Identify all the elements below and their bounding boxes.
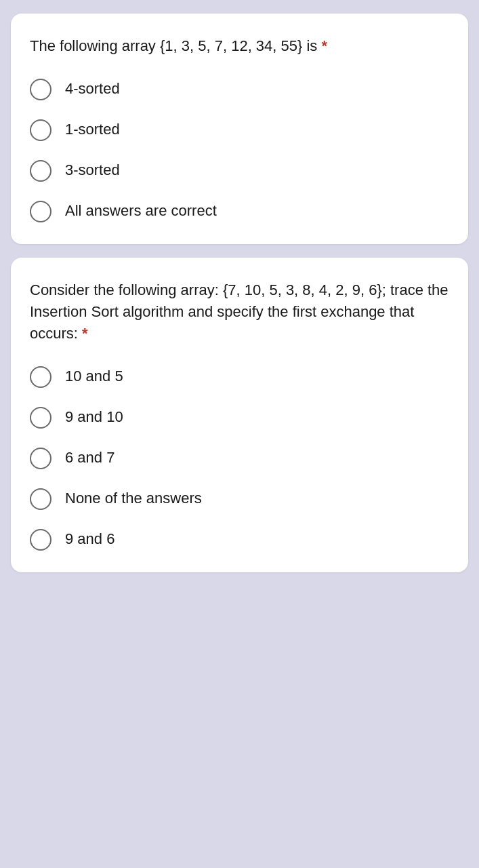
question-1-option-4[interactable]: All answers are correct	[30, 201, 449, 222]
question-2-option-2[interactable]: 9 and 10	[30, 407, 449, 429]
radio-circle-q1-4[interactable]	[30, 201, 51, 222]
radio-circle-q1-2[interactable]	[30, 119, 51, 141]
question-1-option-1[interactable]: 4-sorted	[30, 79, 449, 100]
radio-circle-q1-3[interactable]	[30, 160, 51, 182]
question-2-body: Consider the following array: {7, 10, 5,…	[30, 281, 449, 342]
option-label-q2-1: 10 and 5	[65, 366, 123, 387]
question-1-options-list: 4-sorted 1-sorted 3-sorted All answers a…	[30, 79, 449, 222]
radio-circle-q2-3[interactable]	[30, 448, 51, 469]
question-2-options-list: 10 and 5 9 and 10 6 and 7 None of the an…	[30, 366, 449, 551]
radio-circle-q2-1[interactable]	[30, 366, 51, 388]
radio-circle-q2-2[interactable]	[30, 407, 51, 429]
option-label-q2-2: 9 and 10	[65, 407, 123, 428]
radio-circle-q2-4[interactable]	[30, 488, 51, 510]
question-2-option-3[interactable]: 6 and 7	[30, 448, 449, 469]
option-label-q2-4: None of the answers	[65, 488, 202, 509]
question-2-option-5[interactable]: 9 and 6	[30, 529, 449, 551]
option-label-q2-3: 6 and 7	[65, 448, 114, 469]
option-label-q1-1: 4-sorted	[65, 79, 120, 100]
question-1-option-3[interactable]: 3-sorted	[30, 160, 449, 182]
option-label-q1-2: 1-sorted	[65, 119, 120, 140]
question-2-option-1[interactable]: 10 and 5	[30, 366, 449, 388]
question-1-required-star: *	[322, 37, 328, 54]
option-label-q1-3: 3-sorted	[65, 160, 120, 181]
question-1-body: The following array {1, 3, 5, 7, 12, 34,…	[30, 37, 317, 54]
question-1-card: The following array {1, 3, 5, 7, 12, 34,…	[11, 14, 468, 244]
question-2-text: Consider the following array: {7, 10, 5,…	[30, 279, 449, 344]
question-1-option-2[interactable]: 1-sorted	[30, 119, 449, 141]
question-2-option-4[interactable]: None of the answers	[30, 488, 449, 510]
radio-circle-q1-1[interactable]	[30, 79, 51, 100]
radio-circle-q2-5[interactable]	[30, 529, 51, 551]
question-1-text: The following array {1, 3, 5, 7, 12, 34,…	[30, 35, 449, 57]
question-2-required-star: *	[82, 325, 88, 342]
option-label-q2-5: 9 and 6	[65, 529, 114, 550]
question-2-card: Consider the following array: {7, 10, 5,…	[11, 258, 468, 572]
option-label-q1-4: All answers are correct	[65, 201, 217, 222]
